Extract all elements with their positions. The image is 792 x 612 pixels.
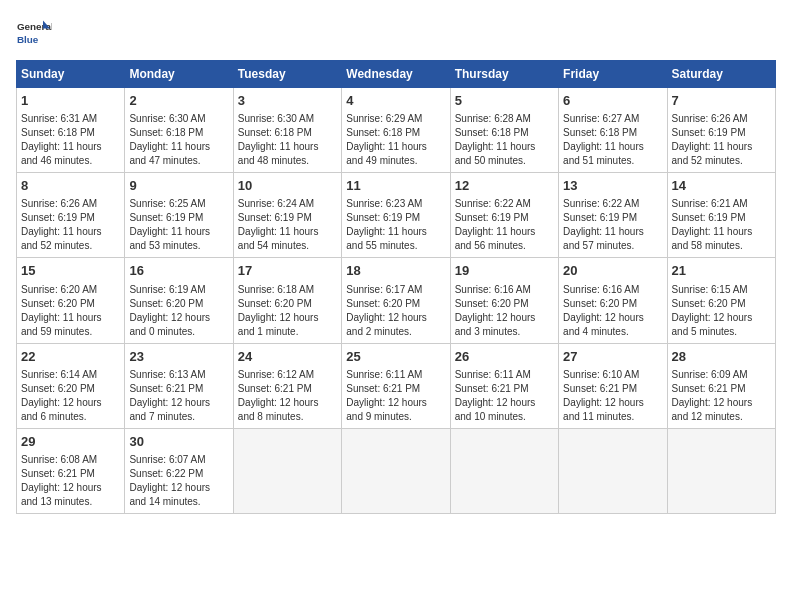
- svg-text:Blue: Blue: [17, 34, 39, 45]
- logo: General Blue: [16, 16, 52, 52]
- day-number: 25: [346, 348, 445, 366]
- day-info: Sunrise: 6:12 AM Sunset: 6:21 PM Dayligh…: [238, 368, 337, 424]
- calendar-cell-day-18: 18Sunrise: 6:17 AM Sunset: 6:20 PM Dayli…: [342, 258, 450, 343]
- calendar-cell-day-7: 7Sunrise: 6:26 AM Sunset: 6:19 PM Daylig…: [667, 88, 775, 173]
- day-number: 30: [129, 433, 228, 451]
- day-number: 13: [563, 177, 662, 195]
- day-info: Sunrise: 6:27 AM Sunset: 6:18 PM Dayligh…: [563, 112, 662, 168]
- day-number: 15: [21, 262, 120, 280]
- calendar-cell-day-5: 5Sunrise: 6:28 AM Sunset: 6:18 PM Daylig…: [450, 88, 558, 173]
- header-saturday: Saturday: [667, 61, 775, 88]
- calendar-cell-day-24: 24Sunrise: 6:12 AM Sunset: 6:21 PM Dayli…: [233, 343, 341, 428]
- day-info: Sunrise: 6:14 AM Sunset: 6:20 PM Dayligh…: [21, 368, 120, 424]
- calendar-cell-day-2: 2Sunrise: 6:30 AM Sunset: 6:18 PM Daylig…: [125, 88, 233, 173]
- day-info: Sunrise: 6:24 AM Sunset: 6:19 PM Dayligh…: [238, 197, 337, 253]
- day-number: 10: [238, 177, 337, 195]
- day-number: 19: [455, 262, 554, 280]
- calendar-cell-day-20: 20Sunrise: 6:16 AM Sunset: 6:20 PM Dayli…: [559, 258, 667, 343]
- day-info: Sunrise: 6:13 AM Sunset: 6:21 PM Dayligh…: [129, 368, 228, 424]
- day-info: Sunrise: 6:11 AM Sunset: 6:21 PM Dayligh…: [455, 368, 554, 424]
- calendar-week-row-5: 29Sunrise: 6:08 AM Sunset: 6:21 PM Dayli…: [17, 428, 776, 513]
- header: General Blue: [16, 16, 776, 52]
- calendar-cell-day-4: 4Sunrise: 6:29 AM Sunset: 6:18 PM Daylig…: [342, 88, 450, 173]
- calendar-cell-day-8: 8Sunrise: 6:26 AM Sunset: 6:19 PM Daylig…: [17, 173, 125, 258]
- day-number: 20: [563, 262, 662, 280]
- day-info: Sunrise: 6:26 AM Sunset: 6:19 PM Dayligh…: [21, 197, 120, 253]
- day-info: Sunrise: 6:29 AM Sunset: 6:18 PM Dayligh…: [346, 112, 445, 168]
- day-info: Sunrise: 6:08 AM Sunset: 6:21 PM Dayligh…: [21, 453, 120, 509]
- day-info: Sunrise: 6:31 AM Sunset: 6:18 PM Dayligh…: [21, 112, 120, 168]
- empty-cell: [342, 428, 450, 513]
- calendar-cell-day-3: 3Sunrise: 6:30 AM Sunset: 6:18 PM Daylig…: [233, 88, 341, 173]
- day-number: 22: [21, 348, 120, 366]
- calendar-cell-day-10: 10Sunrise: 6:24 AM Sunset: 6:19 PM Dayli…: [233, 173, 341, 258]
- day-info: Sunrise: 6:21 AM Sunset: 6:19 PM Dayligh…: [672, 197, 771, 253]
- calendar-cell-day-28: 28Sunrise: 6:09 AM Sunset: 6:21 PM Dayli…: [667, 343, 775, 428]
- day-info: Sunrise: 6:26 AM Sunset: 6:19 PM Dayligh…: [672, 112, 771, 168]
- day-info: Sunrise: 6:30 AM Sunset: 6:18 PM Dayligh…: [129, 112, 228, 168]
- day-number: 8: [21, 177, 120, 195]
- calendar-cell-day-19: 19Sunrise: 6:16 AM Sunset: 6:20 PM Dayli…: [450, 258, 558, 343]
- calendar-week-row-4: 22Sunrise: 6:14 AM Sunset: 6:20 PM Dayli…: [17, 343, 776, 428]
- day-info: Sunrise: 6:23 AM Sunset: 6:19 PM Dayligh…: [346, 197, 445, 253]
- day-info: Sunrise: 6:22 AM Sunset: 6:19 PM Dayligh…: [455, 197, 554, 253]
- calendar-cell-day-29: 29Sunrise: 6:08 AM Sunset: 6:21 PM Dayli…: [17, 428, 125, 513]
- empty-cell: [667, 428, 775, 513]
- day-number: 1: [21, 92, 120, 110]
- day-info: Sunrise: 6:17 AM Sunset: 6:20 PM Dayligh…: [346, 283, 445, 339]
- day-number: 29: [21, 433, 120, 451]
- day-info: Sunrise: 6:22 AM Sunset: 6:19 PM Dayligh…: [563, 197, 662, 253]
- day-number: 4: [346, 92, 445, 110]
- header-sunday: Sunday: [17, 61, 125, 88]
- calendar-cell-day-6: 6Sunrise: 6:27 AM Sunset: 6:18 PM Daylig…: [559, 88, 667, 173]
- day-info: Sunrise: 6:28 AM Sunset: 6:18 PM Dayligh…: [455, 112, 554, 168]
- day-number: 3: [238, 92, 337, 110]
- empty-cell: [559, 428, 667, 513]
- day-number: 18: [346, 262, 445, 280]
- day-number: 9: [129, 177, 228, 195]
- day-info: Sunrise: 6:10 AM Sunset: 6:21 PM Dayligh…: [563, 368, 662, 424]
- day-info: Sunrise: 6:16 AM Sunset: 6:20 PM Dayligh…: [563, 283, 662, 339]
- day-info: Sunrise: 6:15 AM Sunset: 6:20 PM Dayligh…: [672, 283, 771, 339]
- day-number: 16: [129, 262, 228, 280]
- header-wednesday: Wednesday: [342, 61, 450, 88]
- day-number: 23: [129, 348, 228, 366]
- calendar-cell-day-11: 11Sunrise: 6:23 AM Sunset: 6:19 PM Dayli…: [342, 173, 450, 258]
- calendar-week-row-2: 8Sunrise: 6:26 AM Sunset: 6:19 PM Daylig…: [17, 173, 776, 258]
- calendar-cell-day-26: 26Sunrise: 6:11 AM Sunset: 6:21 PM Dayli…: [450, 343, 558, 428]
- header-friday: Friday: [559, 61, 667, 88]
- day-info: Sunrise: 6:18 AM Sunset: 6:20 PM Dayligh…: [238, 283, 337, 339]
- day-number: 7: [672, 92, 771, 110]
- header-tuesday: Tuesday: [233, 61, 341, 88]
- calendar-cell-day-9: 9Sunrise: 6:25 AM Sunset: 6:19 PM Daylig…: [125, 173, 233, 258]
- header-thursday: Thursday: [450, 61, 558, 88]
- day-number: 5: [455, 92, 554, 110]
- calendar-cell-day-23: 23Sunrise: 6:13 AM Sunset: 6:21 PM Dayli…: [125, 343, 233, 428]
- day-number: 14: [672, 177, 771, 195]
- day-number: 28: [672, 348, 771, 366]
- day-number: 27: [563, 348, 662, 366]
- calendar-week-row-1: 1Sunrise: 6:31 AM Sunset: 6:18 PM Daylig…: [17, 88, 776, 173]
- day-info: Sunrise: 6:25 AM Sunset: 6:19 PM Dayligh…: [129, 197, 228, 253]
- calendar-cell-day-1: 1Sunrise: 6:31 AM Sunset: 6:18 PM Daylig…: [17, 88, 125, 173]
- calendar-cell-day-27: 27Sunrise: 6:10 AM Sunset: 6:21 PM Dayli…: [559, 343, 667, 428]
- day-number: 26: [455, 348, 554, 366]
- day-info: Sunrise: 6:19 AM Sunset: 6:20 PM Dayligh…: [129, 283, 228, 339]
- day-info: Sunrise: 6:20 AM Sunset: 6:20 PM Dayligh…: [21, 283, 120, 339]
- empty-cell: [233, 428, 341, 513]
- day-number: 12: [455, 177, 554, 195]
- header-monday: Monday: [125, 61, 233, 88]
- day-info: Sunrise: 6:11 AM Sunset: 6:21 PM Dayligh…: [346, 368, 445, 424]
- empty-cell: [450, 428, 558, 513]
- day-info: Sunrise: 6:30 AM Sunset: 6:18 PM Dayligh…: [238, 112, 337, 168]
- day-info: Sunrise: 6:09 AM Sunset: 6:21 PM Dayligh…: [672, 368, 771, 424]
- day-number: 17: [238, 262, 337, 280]
- calendar-cell-day-15: 15Sunrise: 6:20 AM Sunset: 6:20 PM Dayli…: [17, 258, 125, 343]
- day-number: 24: [238, 348, 337, 366]
- day-number: 2: [129, 92, 228, 110]
- calendar-cell-day-12: 12Sunrise: 6:22 AM Sunset: 6:19 PM Dayli…: [450, 173, 558, 258]
- day-info: Sunrise: 6:07 AM Sunset: 6:22 PM Dayligh…: [129, 453, 228, 509]
- calendar-cell-day-30: 30Sunrise: 6:07 AM Sunset: 6:22 PM Dayli…: [125, 428, 233, 513]
- calendar-cell-day-21: 21Sunrise: 6:15 AM Sunset: 6:20 PM Dayli…: [667, 258, 775, 343]
- calendar: SundayMondayTuesdayWednesdayThursdayFrid…: [16, 60, 776, 514]
